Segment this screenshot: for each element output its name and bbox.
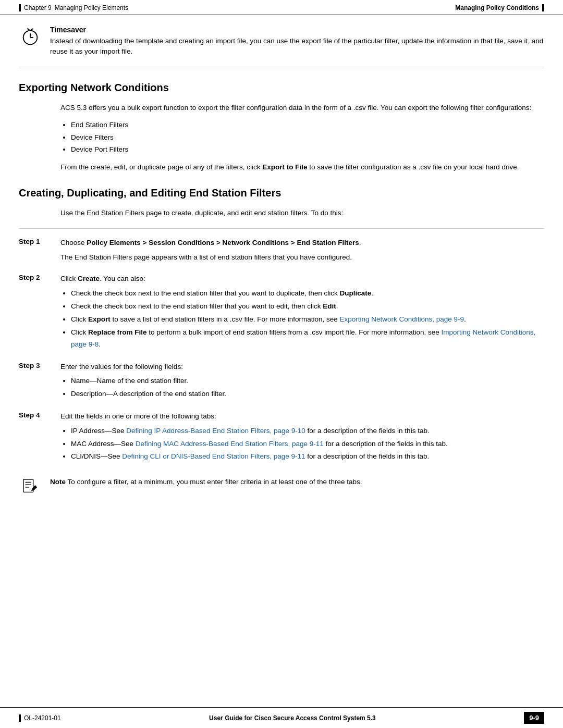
section1-bullets: End Station Filters Device Filters Devic… — [71, 119, 544, 155]
steps-section: Step 1 Choose Policy Elements > Session … — [19, 228, 544, 466]
footer-center: User Guide for Cisco Secure Access Contr… — [209, 714, 376, 722]
step-3-row: Step 3 Enter the values for the followin… — [19, 361, 544, 403]
step-1-content: Choose Policy Elements > Session Conditi… — [60, 237, 544, 266]
header-right-bar — [542, 4, 544, 11]
step-3-main: Enter the values for the following field… — [60, 361, 544, 373]
section1-heading: Exporting Network Conditions — [19, 82, 544, 94]
step-4-content: Edit the fields in one or more of the fo… — [60, 411, 544, 466]
footer-left-bar — [19, 714, 21, 722]
step-1-row: Step 1 Choose Policy Elements > Session … — [19, 237, 544, 266]
edit-bold: Edit — [323, 302, 336, 310]
header-right: Managing Policy Conditions — [455, 4, 544, 11]
section2-heading: Creating, Duplicating, and Editing End S… — [19, 187, 544, 199]
section-exporting: Exporting Network Conditions ACS 5.3 off… — [19, 82, 544, 173]
step-1-bold: Policy Elements > Session Conditions > N… — [87, 239, 359, 246]
section1-outro-prefix: From the create, edit, or duplicate page… — [60, 163, 262, 171]
step-2-bold: Create — [78, 275, 100, 282]
step-1-sub: The End Station Filters page appears wit… — [60, 252, 544, 263]
section-creating: Creating, Duplicating, and Editing End S… — [19, 187, 544, 497]
list-item: Click Export to save a list of end stati… — [71, 314, 544, 326]
footer-left: OL-24201-01 — [19, 714, 61, 722]
list-item: Check the check box next to the end stat… — [71, 288, 544, 300]
step-2-bullets: Check the check box next to the end stat… — [71, 288, 544, 351]
note-icon — [19, 477, 42, 497]
section1-outro: From the create, edit, or duplicate page… — [60, 162, 544, 173]
timesaver-label: Timesaver — [50, 26, 544, 34]
note-box: Note To configure a filter, at a minimum… — [19, 474, 544, 497]
replace-bold: Replace from File — [88, 328, 147, 336]
page-content: Timesaver Instead of downloading the tem… — [0, 15, 563, 528]
step-3-content: Enter the values for the following field… — [60, 361, 544, 403]
page-footer: OL-24201-01 User Guide for Cisco Secure … — [0, 707, 563, 728]
mac-address-link[interactable]: Defining MAC Address-Based End Station F… — [136, 440, 324, 448]
timesaver-box: Timesaver Instead of downloading the tem… — [19, 26, 544, 67]
step-4-row: Step 4 Edit the fields in one or more of… — [19, 411, 544, 466]
list-item: Name—Name of the end station filter. — [71, 375, 544, 387]
step-2-content: Click Create. You can also: Check the ch… — [60, 273, 544, 353]
timesaver-content: Timesaver Instead of downloading the tem… — [50, 26, 544, 57]
step-3-label: Step 3 — [19, 361, 50, 369]
duplicate-bold: Duplicate — [340, 289, 372, 297]
footer-doc-number: OL-24201-01 — [24, 714, 61, 722]
note-content: Note To configure a filter, at a minimum… — [50, 476, 544, 488]
step-4-main: Edit the fields in one or more of the fo… — [60, 411, 544, 422]
list-item: Description—A description of the end sta… — [71, 388, 544, 400]
list-item: Click Replace from File to perform a bul… — [71, 327, 544, 351]
list-item: MAC Address—See Defining MAC Address-Bas… — [71, 438, 544, 450]
footer-page: 9-9 — [524, 712, 544, 724]
step-1-main: Choose Policy Elements > Session Conditi… — [60, 237, 544, 249]
step-3-bullets: Name—Name of the end station filter. Des… — [71, 375, 544, 400]
section1-export-bold: Export to File — [262, 163, 307, 171]
header-chapter-title: Managing Policy Elements — [55, 4, 128, 11]
step-2-row: Step 2 Click Create. You can also: Check… — [19, 273, 544, 353]
step-4-label: Step 4 — [19, 411, 50, 419]
list-item: End Station Filters — [71, 119, 544, 131]
ip-address-link[interactable]: Defining IP Address-Based End Station Fi… — [126, 427, 305, 435]
header-left: Chapter 9 Managing Policy Elements — [19, 4, 128, 11]
note-text: To configure a filter, at a minimum, you… — [68, 478, 362, 486]
header-chapter: Chapter 9 — [24, 4, 52, 11]
step-1-label: Step 1 — [19, 237, 50, 245]
step-2-main: Click Create. You can also: — [60, 273, 544, 285]
header-left-bar — [19, 4, 21, 11]
section1-outro-suffix: to save the filter configuration as a .c… — [307, 163, 519, 171]
section1-intro: ACS 5.3 offers you a bulk export functio… — [60, 102, 544, 114]
exporting-link[interactable]: Exporting Network Conditions, page 9-9 — [339, 315, 464, 323]
section2-intro: Use the End Station Filters page to crea… — [60, 207, 544, 219]
note-label: Note — [50, 478, 66, 486]
export-bold: Export — [88, 315, 111, 323]
step-2-label: Step 2 — [19, 273, 50, 281]
list-item: Device Filters — [71, 132, 544, 143]
list-item: Check the check box next to the end stat… — [71, 301, 544, 313]
cli-dnis-link[interactable]: Defining CLI or DNIS-Based End Station F… — [122, 452, 305, 460]
header-right-title: Managing Policy Conditions — [455, 4, 539, 11]
list-item: Device Port Filters — [71, 144, 544, 155]
page-header: Chapter 9 Managing Policy Elements Manag… — [0, 0, 563, 15]
list-item: CLI/DNIS—See Defining CLI or DNIS-Based … — [71, 451, 544, 463]
step-4-bullets: IP Address—See Defining IP Address-Based… — [71, 425, 544, 463]
timesaver-icon — [19, 27, 42, 48]
timesaver-text: Instead of downloading the template and … — [50, 36, 544, 57]
list-item: IP Address—See Defining IP Address-Based… — [71, 425, 544, 437]
